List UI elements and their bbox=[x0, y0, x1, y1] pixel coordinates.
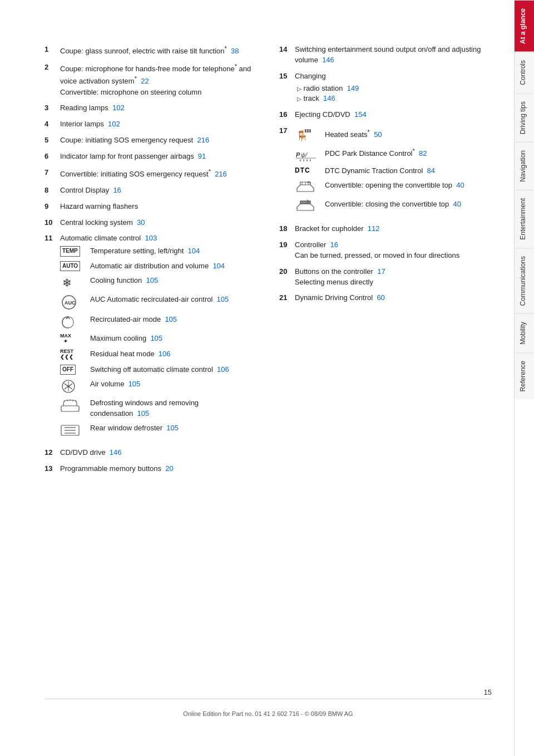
temp-icon: TEMP bbox=[60, 246, 80, 257]
item-19: 19 Controller 16 Can be turned, pressed,… bbox=[279, 240, 492, 261]
sub-item-dtc: DTC DTC Dynamic Traction Control 84 bbox=[295, 166, 492, 176]
convertible-close-icon bbox=[295, 199, 316, 214]
convertible-open-icon bbox=[295, 180, 316, 195]
sidebar-tabs: At a glance Controls Driving tips Naviga… bbox=[514, 0, 534, 756]
sub-item-fan: Air volume 105 bbox=[60, 379, 257, 394]
page-number: 15 bbox=[44, 688, 492, 696]
item-8: 8 Control Display 16 bbox=[44, 185, 257, 196]
item-14: 14 Switching entertainment sound output … bbox=[279, 45, 492, 66]
item-9-hazard: 9 Hazard warning flashers bbox=[44, 202, 257, 212]
item-15: 15 Changing ▷ radio station 149 ▷ track … bbox=[279, 71, 492, 105]
item-1: 1 Coupe: glass sunroof, electric with ra… bbox=[44, 45, 257, 57]
auto-icon: AUTO bbox=[60, 261, 80, 272]
item-11: 11 Automatic climate control 103 TEMP Te… bbox=[44, 233, 257, 441]
sub-item-off: OFF Switching off automatic climate cont… bbox=[60, 365, 257, 375]
svg-text:🪑: 🪑 bbox=[296, 130, 309, 142]
sub-item-rest: REST ❮❮❮ Residual heat mode 106 bbox=[60, 349, 257, 360]
tab-mobility[interactable]: Mobility bbox=[515, 313, 535, 352]
svg-text:P: P bbox=[296, 151, 300, 158]
sub-item-defrost: Defrosting windows and removing condensa… bbox=[60, 398, 257, 418]
sub-item-cooling: ❄ Cooling function 105 bbox=[60, 276, 257, 290]
item-10-central-locking: 10 Central locking system 30 bbox=[44, 218, 257, 228]
right-column: 14 Switching entertainment sound output … bbox=[279, 45, 492, 479]
sub-item-rear-defrost: Rear window defroster 105 bbox=[60, 423, 257, 438]
svg-text:AUC: AUC bbox=[65, 300, 76, 306]
fan-icon bbox=[60, 379, 77, 394]
item-7: 7 Convertible: initiating SOS emergency … bbox=[44, 168, 257, 180]
item-17: 17 🪑 bbox=[279, 126, 492, 218]
tab-entertainment[interactable]: Entertainment bbox=[515, 190, 535, 248]
item-3: 3 Reading lamps 102 bbox=[44, 103, 257, 114]
tab-controls[interactable]: Controls bbox=[515, 52, 535, 93]
item-5: 5 Coupe: initiating SOS emergency reques… bbox=[44, 135, 257, 146]
defrost-icon bbox=[60, 398, 80, 414]
sub-item-temp: TEMP Temperature setting, left/right 104 bbox=[60, 246, 257, 257]
item-2: 2 Coupe: microphone for hands-free mode … bbox=[44, 62, 257, 97]
item-13: 13 Programmable memory buttons 20 bbox=[44, 464, 257, 474]
sub-item-recirculate: Recirculated-air mode 105 bbox=[60, 315, 257, 329]
off-icon: OFF bbox=[60, 365, 76, 375]
svg-point-4 bbox=[67, 385, 70, 387]
sub-item-convertible-close: Convertible: closing the convertible top… bbox=[295, 199, 492, 214]
rest-icon: REST ❮❮❮ bbox=[60, 349, 73, 360]
sub-item-auto: AUTO Automatic air distribution and volu… bbox=[60, 261, 257, 272]
max-icon: MAX ✦ bbox=[60, 333, 71, 345]
rear-defrost-icon bbox=[60, 423, 80, 438]
pdc-icon: P ψ/ bbox=[295, 147, 317, 161]
sub-item-convertible-open: Convertible: opening the convertible top… bbox=[295, 180, 492, 195]
svg-text:❄: ❄ bbox=[62, 277, 72, 289]
cooling-icon: ❄ bbox=[60, 276, 76, 290]
item-4: 4 Interior lamps 102 bbox=[44, 119, 257, 130]
svg-rect-5 bbox=[61, 406, 79, 411]
left-column: 1 Coupe: glass sunroof, electric with ra… bbox=[44, 45, 257, 479]
item-18: 18 Bracket for cupholder 112 bbox=[279, 224, 492, 234]
sub-item-max: MAX ✦ Maximum cooling 105 bbox=[60, 333, 257, 345]
recirculate-icon bbox=[60, 315, 76, 329]
tab-at-a-glance[interactable]: At a glance bbox=[515, 0, 535, 52]
sub-item-pdc: P ψ/ PDC Park Distance Control* 82 bbox=[295, 147, 492, 161]
item-12: 12 CD/DVD drive 146 bbox=[44, 448, 257, 458]
item-6: 6 Indicator lamp for front passenger air… bbox=[44, 151, 257, 162]
tab-navigation[interactable]: Navigation bbox=[515, 142, 535, 190]
dtc-text-icon: DTC bbox=[295, 166, 310, 175]
item-21: 21 Dynamic Driving Control 60 bbox=[279, 293, 492, 303]
heated-seats-icon: 🪑 bbox=[295, 128, 315, 143]
tab-reference[interactable]: Reference bbox=[515, 352, 535, 399]
item-16: 16 Ejecting CD/DVD 154 bbox=[279, 110, 492, 120]
sub-item-heated-seats: 🪑 bbox=[295, 128, 492, 143]
tab-communications[interactable]: Communications bbox=[515, 248, 535, 313]
sub-item-auc: AUC AUC Automatic recirculated-air contr… bbox=[60, 294, 257, 310]
tab-driving-tips[interactable]: Driving tips bbox=[515, 93, 535, 142]
footer: Online Edition for Part no. 01 41 2 602 … bbox=[44, 699, 492, 723]
auc-icon: AUC bbox=[60, 294, 78, 310]
item-20: 20 Buttons on the controller 17 Selectin… bbox=[279, 267, 492, 288]
svg-text:ψ/: ψ/ bbox=[301, 151, 308, 158]
